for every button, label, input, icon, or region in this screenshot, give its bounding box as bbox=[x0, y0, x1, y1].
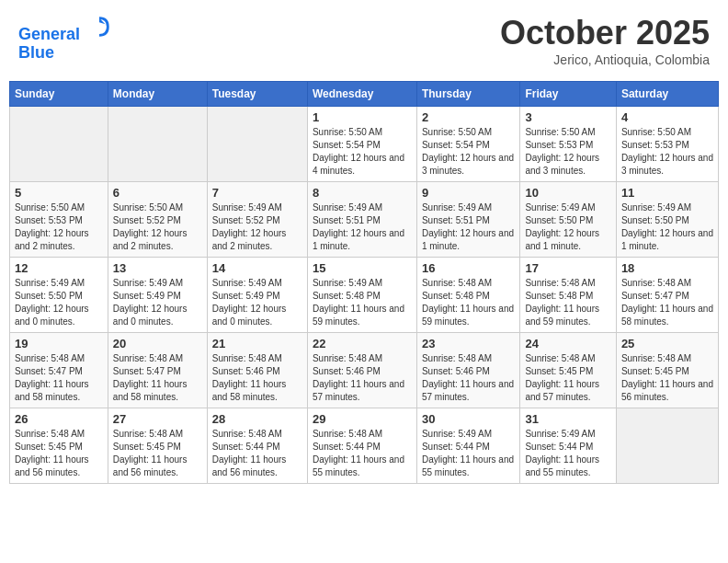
day-number: 3 bbox=[525, 110, 610, 124]
day-info: Sunrise: 5:49 AMSunset: 5:44 PMDaylight:… bbox=[525, 428, 610, 479]
day-number: 1 bbox=[313, 110, 412, 124]
day-number: 15 bbox=[313, 261, 412, 275]
day-number: 26 bbox=[15, 412, 103, 426]
day-number: 12 bbox=[15, 261, 103, 275]
calendar-cell: 22Sunrise: 5:48 AMSunset: 5:46 PMDayligh… bbox=[307, 333, 416, 408]
day-info: Sunrise: 5:50 AMSunset: 5:54 PMDaylight:… bbox=[422, 126, 515, 178]
day-info: Sunrise: 5:50 AMSunset: 5:53 PMDaylight:… bbox=[525, 126, 610, 178]
day-info: Sunrise: 5:48 AMSunset: 5:47 PMDaylight:… bbox=[113, 352, 202, 404]
weekday-header-friday: Friday bbox=[520, 82, 616, 107]
day-number: 17 bbox=[525, 261, 610, 275]
day-info: Sunrise: 5:49 AMSunset: 5:51 PMDaylight:… bbox=[313, 201, 412, 253]
day-number: 21 bbox=[212, 337, 302, 350]
day-number: 20 bbox=[113, 337, 202, 350]
day-info: Sunrise: 5:49 AMSunset: 5:52 PMDaylight:… bbox=[212, 201, 302, 253]
calendar-cell: 27Sunrise: 5:48 AMSunset: 5:45 PMDayligh… bbox=[108, 408, 207, 484]
day-info: Sunrise: 5:49 AMSunset: 5:50 PMDaylight:… bbox=[15, 277, 103, 328]
day-info: Sunrise: 5:49 AMSunset: 5:50 PMDaylight:… bbox=[525, 201, 610, 253]
title-area: October 2025 Jerico, Antioquia, Colombia bbox=[500, 14, 710, 67]
month-title: October 2025 bbox=[500, 14, 710, 52]
day-info: Sunrise: 5:48 AMSunset: 5:48 PMDaylight:… bbox=[525, 277, 610, 328]
calendar-cell: 5Sunrise: 5:50 AMSunset: 5:53 PMDaylight… bbox=[10, 182, 108, 258]
page-header: General Blue October 2025 Jerico, Antioq… bbox=[9, 9, 719, 72]
day-number: 14 bbox=[212, 261, 302, 275]
day-number: 2 bbox=[422, 110, 515, 124]
day-number: 30 bbox=[422, 412, 515, 426]
calendar-cell: 21Sunrise: 5:48 AMSunset: 5:46 PMDayligh… bbox=[207, 333, 307, 408]
calendar-cell: 9Sunrise: 5:49 AMSunset: 5:51 PMDaylight… bbox=[416, 182, 519, 258]
calendar-cell: 31Sunrise: 5:49 AMSunset: 5:44 PMDayligh… bbox=[520, 408, 616, 484]
day-number: 22 bbox=[313, 337, 412, 350]
calendar-cell: 18Sunrise: 5:48 AMSunset: 5:47 PMDayligh… bbox=[616, 258, 718, 333]
day-info: Sunrise: 5:48 AMSunset: 5:45 PMDaylight:… bbox=[15, 428, 103, 479]
logo-text: General bbox=[18, 14, 112, 44]
calendar-cell: 24Sunrise: 5:48 AMSunset: 5:45 PMDayligh… bbox=[520, 333, 616, 408]
day-info: Sunrise: 5:49 AMSunset: 5:44 PMDaylight:… bbox=[422, 428, 515, 479]
day-info: Sunrise: 5:48 AMSunset: 5:46 PMDaylight:… bbox=[212, 352, 302, 404]
day-info: Sunrise: 5:48 AMSunset: 5:46 PMDaylight:… bbox=[313, 352, 412, 404]
calendar-table: SundayMondayTuesdayWednesdayThursdayFrid… bbox=[9, 81, 719, 484]
weekday-header-saturday: Saturday bbox=[616, 82, 718, 107]
calendar-cell: 11Sunrise: 5:49 AMSunset: 5:50 PMDayligh… bbox=[616, 182, 718, 258]
day-number: 19 bbox=[15, 337, 103, 350]
day-info: Sunrise: 5:48 AMSunset: 5:45 PMDaylight:… bbox=[621, 352, 713, 404]
day-number: 25 bbox=[621, 337, 713, 350]
day-info: Sunrise: 5:48 AMSunset: 5:45 PMDaylight:… bbox=[525, 352, 610, 404]
calendar-cell: 10Sunrise: 5:49 AMSunset: 5:50 PMDayligh… bbox=[520, 182, 616, 258]
weekday-header-wednesday: Wednesday bbox=[307, 82, 416, 107]
day-info: Sunrise: 5:49 AMSunset: 5:48 PMDaylight:… bbox=[313, 277, 412, 328]
day-number: 6 bbox=[113, 186, 202, 200]
day-number: 31 bbox=[525, 412, 610, 426]
calendar-cell: 29Sunrise: 5:48 AMSunset: 5:44 PMDayligh… bbox=[307, 408, 416, 484]
logo: General Blue bbox=[18, 14, 112, 63]
calendar-cell: 2Sunrise: 5:50 AMSunset: 5:54 PMDaylight… bbox=[416, 107, 519, 182]
calendar-cell: 25Sunrise: 5:48 AMSunset: 5:45 PMDayligh… bbox=[616, 333, 718, 408]
calendar-cell: 7Sunrise: 5:49 AMSunset: 5:52 PMDaylight… bbox=[207, 182, 307, 258]
calendar-cell: 28Sunrise: 5:48 AMSunset: 5:44 PMDayligh… bbox=[207, 408, 307, 484]
calendar-cell: 16Sunrise: 5:48 AMSunset: 5:48 PMDayligh… bbox=[416, 258, 519, 333]
calendar-cell: 19Sunrise: 5:48 AMSunset: 5:47 PMDayligh… bbox=[10, 333, 108, 408]
calendar-cell: 8Sunrise: 5:49 AMSunset: 5:51 PMDaylight… bbox=[307, 182, 416, 258]
day-info: Sunrise: 5:50 AMSunset: 5:53 PMDaylight:… bbox=[15, 201, 103, 253]
day-info: Sunrise: 5:48 AMSunset: 5:48 PMDaylight:… bbox=[422, 277, 515, 328]
day-number: 27 bbox=[113, 412, 202, 426]
day-number: 29 bbox=[313, 412, 412, 426]
day-number: 28 bbox=[212, 412, 302, 426]
day-info: Sunrise: 5:49 AMSunset: 5:49 PMDaylight:… bbox=[113, 277, 202, 328]
day-info: Sunrise: 5:48 AMSunset: 5:45 PMDaylight:… bbox=[113, 428, 202, 479]
calendar-cell: 20Sunrise: 5:48 AMSunset: 5:47 PMDayligh… bbox=[108, 333, 207, 408]
day-number: 5 bbox=[15, 186, 103, 200]
calendar-cell: 4Sunrise: 5:50 AMSunset: 5:53 PMDaylight… bbox=[616, 107, 718, 182]
calendar-cell bbox=[207, 107, 307, 182]
logo-blue: Blue bbox=[18, 44, 112, 63]
calendar-cell: 15Sunrise: 5:49 AMSunset: 5:48 PMDayligh… bbox=[307, 258, 416, 333]
calendar-cell bbox=[108, 107, 207, 182]
day-number: 9 bbox=[422, 186, 515, 200]
day-info: Sunrise: 5:49 AMSunset: 5:49 PMDaylight:… bbox=[212, 277, 302, 328]
day-info: Sunrise: 5:48 AMSunset: 5:47 PMDaylight:… bbox=[621, 277, 713, 328]
day-info: Sunrise: 5:49 AMSunset: 5:50 PMDaylight:… bbox=[621, 201, 713, 253]
calendar-cell: 1Sunrise: 5:50 AMSunset: 5:54 PMDaylight… bbox=[307, 107, 416, 182]
day-info: Sunrise: 5:48 AMSunset: 5:44 PMDaylight:… bbox=[313, 428, 412, 479]
weekday-header-thursday: Thursday bbox=[416, 82, 519, 107]
weekday-header-monday: Monday bbox=[108, 82, 207, 107]
day-info: Sunrise: 5:49 AMSunset: 5:51 PMDaylight:… bbox=[422, 201, 515, 253]
calendar-cell: 14Sunrise: 5:49 AMSunset: 5:49 PMDayligh… bbox=[207, 258, 307, 333]
calendar-cell: 30Sunrise: 5:49 AMSunset: 5:44 PMDayligh… bbox=[416, 408, 519, 484]
calendar-cell bbox=[616, 408, 718, 484]
day-info: Sunrise: 5:48 AMSunset: 5:44 PMDaylight:… bbox=[212, 428, 302, 479]
day-info: Sunrise: 5:48 AMSunset: 5:47 PMDaylight:… bbox=[15, 352, 103, 404]
day-number: 13 bbox=[113, 261, 202, 275]
weekday-header-sunday: Sunday bbox=[10, 82, 108, 107]
day-info: Sunrise: 5:50 AMSunset: 5:53 PMDaylight:… bbox=[621, 126, 713, 178]
day-number: 8 bbox=[313, 186, 412, 200]
calendar-cell: 26Sunrise: 5:48 AMSunset: 5:45 PMDayligh… bbox=[10, 408, 108, 484]
day-info: Sunrise: 5:48 AMSunset: 5:46 PMDaylight:… bbox=[422, 352, 515, 404]
calendar-cell: 23Sunrise: 5:48 AMSunset: 5:46 PMDayligh… bbox=[416, 333, 519, 408]
day-number: 10 bbox=[525, 186, 610, 200]
day-number: 23 bbox=[422, 337, 515, 350]
day-number: 11 bbox=[621, 186, 713, 200]
calendar-cell: 17Sunrise: 5:48 AMSunset: 5:48 PMDayligh… bbox=[520, 258, 616, 333]
calendar-cell bbox=[10, 107, 108, 182]
weekday-header-tuesday: Tuesday bbox=[207, 82, 307, 107]
